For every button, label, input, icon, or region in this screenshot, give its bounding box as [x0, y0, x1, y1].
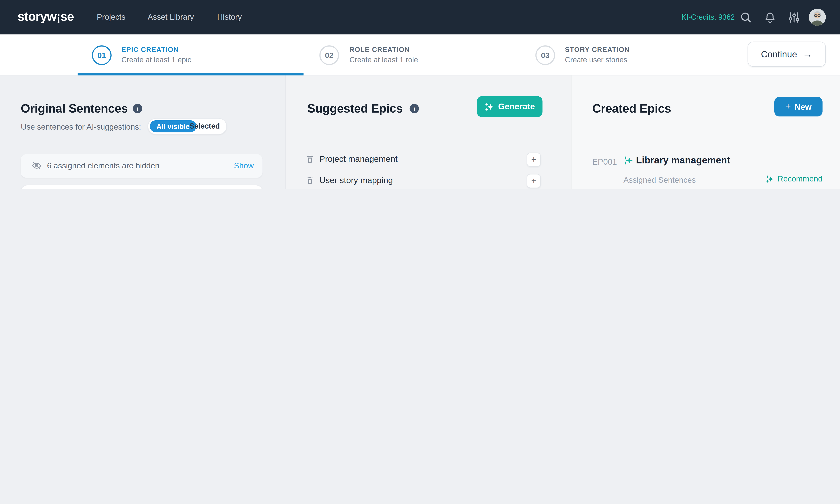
settings-sliders-icon[interactable] [787, 11, 801, 24]
suggested-epic-label: Project management [319, 154, 397, 164]
generate-button[interactable]: Generate [477, 96, 542, 117]
step-2-number: 02 [325, 51, 334, 60]
step-3-circle[interactable]: 03 [535, 45, 555, 65]
filter-label: Use sentences for AI-suggestions: [21, 122, 141, 131]
original-sentences-panel: Original Sentences i Use sentences for A… [0, 75, 286, 189]
epic-code: EP001 [592, 157, 617, 166]
toggle-all-visible[interactable]: All visible [150, 120, 196, 132]
sentence-card: Storywise is a software that specializes… [21, 185, 263, 189]
ai-sparkle-icon [484, 102, 494, 111]
arrow-right-icon: → [803, 48, 812, 60]
suggested-epic-row: User story mapping + [286, 174, 572, 188]
nav-projects[interactable]: Projects [97, 13, 126, 21]
step-1-title: EPIC CREATION [121, 46, 179, 54]
ki-credits-badge: KI-Credits: 9362 [681, 13, 735, 21]
step-2-title: ROLE CREATION [350, 46, 410, 54]
suggested-epics-panel: Suggested Epics i Generate Project manag… [286, 75, 572, 189]
step-1-subtitle: Create at least 1 epic [121, 56, 191, 64]
info-icon[interactable]: i [133, 104, 142, 113]
continue-label: Continue [761, 49, 797, 59]
toggle-selected[interactable]: Selected [190, 122, 220, 130]
step-3-subtitle: Create user stories [565, 56, 627, 64]
recommend-button[interactable]: Recommend [766, 175, 823, 183]
app-logo: storyw¡se [17, 9, 74, 24]
trash-icon[interactable] [305, 176, 315, 185]
top-nav: storyw¡se Projects Asset Library History… [0, 0, 840, 34]
info-icon[interactable]: i [410, 104, 419, 113]
suggested-epics-title: Suggested Epics [307, 102, 403, 116]
step-1-number: 01 [97, 51, 106, 60]
step-progress-bar [78, 73, 304, 75]
continue-button[interactable]: Continue → [748, 42, 826, 67]
hidden-elements-banner: 6 assigned elements are hidden Show [21, 154, 263, 178]
wizard-stepper: 01 EPIC CREATION Create at least 1 epic … [0, 34, 840, 75]
epic-title: Library management [636, 155, 730, 166]
app-window: storyw¡se Projects Asset Library History… [0, 0, 840, 189]
show-hidden-link[interactable]: Show [234, 161, 254, 170]
ai-sparkle-icon [623, 156, 633, 167]
add-epic-button[interactable]: + [526, 174, 541, 188]
ai-sparkle-icon [766, 175, 774, 183]
new-label: New [795, 102, 811, 111]
nav-asset-library[interactable]: Asset Library [148, 13, 194, 21]
step-3-number: 03 [541, 51, 550, 60]
created-epics-title: Created Epics [592, 102, 671, 116]
step-2-circle[interactable]: 02 [319, 45, 339, 65]
step-2-subtitle: Create at least 1 role [350, 56, 418, 64]
step-1-circle[interactable]: 01 [92, 45, 111, 65]
assigned-sentences-label: Assigned Sentences [623, 176, 696, 184]
suggested-epic-label: User story mapping [319, 176, 393, 185]
sentence-filter-toggle[interactable]: All visible Selected [148, 118, 227, 134]
trash-icon[interactable] [305, 154, 315, 164]
recommend-label: Recommend [778, 175, 823, 183]
search-icon[interactable] [739, 11, 752, 24]
user-avatar[interactable] [809, 9, 826, 26]
generate-label: Generate [498, 102, 535, 111]
original-sentences-title: Original Sentences [21, 102, 128, 116]
add-epic-button[interactable]: + [526, 152, 541, 167]
step-3-title: STORY CREATION [565, 46, 630, 54]
plus-icon: + [785, 101, 791, 112]
notifications-bell-icon[interactable] [764, 11, 776, 24]
eye-off-icon [31, 160, 42, 171]
suggested-epic-row: Project management + [286, 152, 572, 167]
nav-history[interactable]: History [217, 13, 242, 21]
new-epic-button[interactable]: + New [774, 97, 823, 116]
hidden-elements-text: 6 assigned elements are hidden [47, 161, 159, 170]
created-epics-panel: Created Epics + New EP001 Library manage… [572, 75, 840, 189]
